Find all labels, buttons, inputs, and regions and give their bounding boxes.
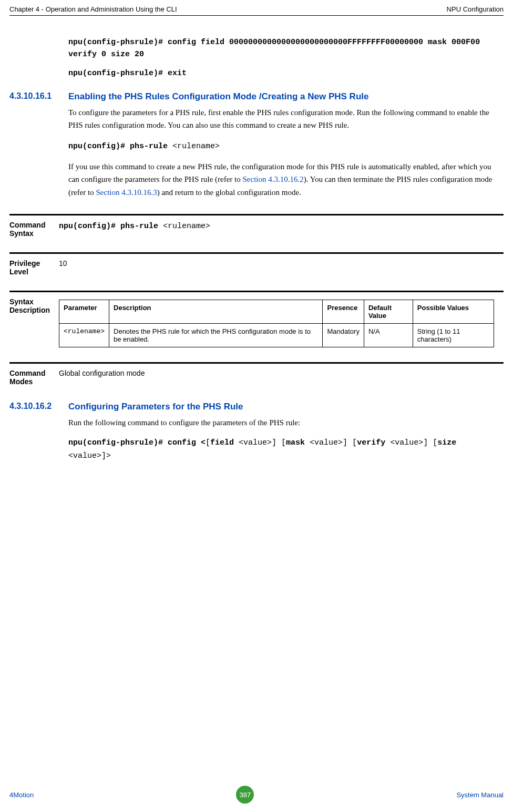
c2-b1: npu(config-phsrule)# config < xyxy=(68,438,206,447)
section-1-p1: To configure the parameters for a PHS ru… xyxy=(68,106,494,132)
command-syntax-content: npu(config)# phs-rule <rulename> xyxy=(59,221,494,238)
command-modes-label: Command Modes xyxy=(9,369,59,386)
cmd-syntax-arg: <rulename> xyxy=(163,222,210,231)
code-arg: <rulename> xyxy=(172,142,220,151)
xref-link-1[interactable]: Section 4.3.10.16.2 xyxy=(243,175,304,183)
command-syntax-label: Command Syntax xyxy=(9,221,59,238)
command-syntax-box: Command Syntax npu(config)# phs-rule <ru… xyxy=(9,214,504,238)
cmd-syntax-prefix: npu(config)# phs-rule xyxy=(59,222,163,231)
top-code-block: npu(config-phsrule)# config field 000000… xyxy=(68,37,494,80)
c2-b3: mask xyxy=(286,438,310,447)
header-right: NPU Configuration xyxy=(447,5,504,13)
th-possible: Possible Values xyxy=(413,300,494,323)
code-line-2: npu(config-phsrule)# exit xyxy=(68,68,494,80)
syntax-description-content: Parameter Description Presence Default V… xyxy=(59,297,494,347)
command-modes-box: Command Modes Global configuration mode xyxy=(9,362,504,386)
section-1-body: To configure the parameters for a PHS ru… xyxy=(68,106,494,199)
xref-link-2[interactable]: Section 4.3.10.16.3 xyxy=(96,188,157,197)
th-description: Description xyxy=(109,300,323,323)
page-number-badge: 387 xyxy=(236,786,254,804)
c2-b5: size xyxy=(437,438,456,447)
c2-p5: <value>]> xyxy=(68,451,111,460)
section-1-heading: 4.3.10.16.1 Enabling the PHS Rules Confi… xyxy=(9,91,504,102)
section-2-code: npu(config-phsrule)# config <[field <val… xyxy=(68,436,494,462)
td-presence: Mandatory xyxy=(323,323,364,347)
table-header-row: Parameter Description Presence Default V… xyxy=(59,300,494,323)
td-default: N/A xyxy=(364,323,413,347)
td-parameter: <rulename> xyxy=(59,323,109,347)
syntax-table: Parameter Description Presence Default V… xyxy=(59,300,494,347)
c2-b2: field xyxy=(210,438,239,447)
syntax-description-box: Syntax Description Parameter Description… xyxy=(9,291,504,347)
privilege-level-value: 10 xyxy=(59,259,494,276)
code-line-1: npu(config-phsrule)# config field 000000… xyxy=(68,37,494,60)
table-row: <rulename> Denotes the PHS rule for whic… xyxy=(59,323,494,347)
section-1-p2: If you use this command to create a new … xyxy=(68,160,494,199)
footer-left[interactable]: 4Motion xyxy=(9,791,34,799)
c2-p4: <value>] [ xyxy=(385,438,437,447)
section-2-number: 4.3.10.16.2 xyxy=(9,402,68,412)
syntax-description-label: Syntax Description xyxy=(9,297,59,347)
code-prefix: npu(config)# phs-rule xyxy=(68,142,172,151)
footer-right[interactable]: System Manual xyxy=(456,791,504,799)
command-modes-value: Global configuration mode xyxy=(59,369,494,386)
section-2-body: Run the following command to configure t… xyxy=(68,416,494,462)
section-1-title: Enabling the PHS Rules Configuration Mod… xyxy=(68,91,494,102)
th-parameter: Parameter xyxy=(59,300,109,323)
section-2-heading: 4.3.10.16.2 Configuring Parameters for t… xyxy=(9,402,504,412)
c2-p2: <value>] [ xyxy=(239,438,286,447)
section-2-title: Configuring Parameters for the PHS Rule xyxy=(68,402,494,412)
privilege-level-box: Privilege Level 10 xyxy=(9,252,504,276)
td-possible: String (1 to 11 characters) xyxy=(413,323,494,347)
header-left: Chapter 4 - Operation and Administration… xyxy=(9,5,177,13)
privilege-level-label: Privilege Level xyxy=(9,259,59,276)
th-default: Default Value xyxy=(364,300,413,323)
td-description: Denotes the PHS rule for which the PHS c… xyxy=(109,323,323,347)
section-2-p1: Run the following command to configure t… xyxy=(68,416,494,429)
page-header: Chapter 4 - Operation and Administration… xyxy=(9,5,504,16)
c2-p1: [ xyxy=(206,438,210,447)
th-presence: Presence xyxy=(323,300,364,323)
p2-c: ) and return to the global configuration… xyxy=(157,188,301,197)
section-1-code: npu(config)# phs-rule <rulename> xyxy=(68,139,494,153)
section-1-number: 4.3.10.16.1 xyxy=(9,91,68,102)
c2-b4: verify xyxy=(357,438,385,447)
page-footer: 4Motion 387 System Manual xyxy=(9,786,504,804)
c2-p3: <value>] [ xyxy=(310,438,357,447)
